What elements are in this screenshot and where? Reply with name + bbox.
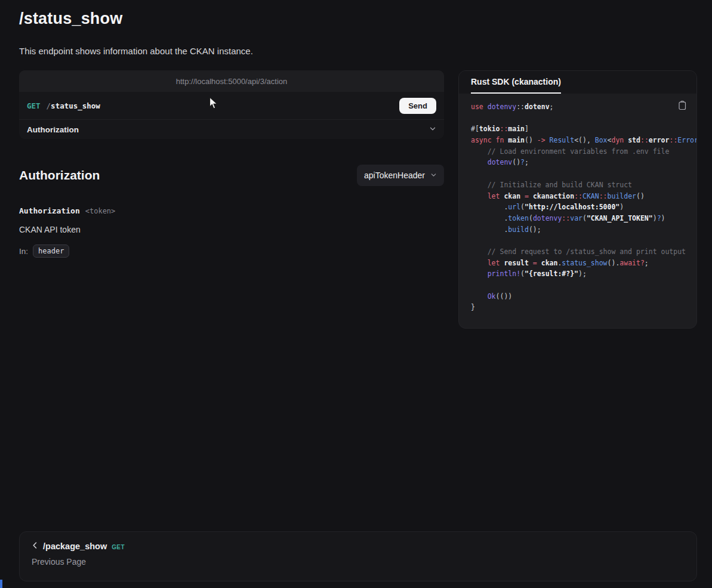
code-line: .token(dotenvy::var("CKAN_API_TOKEN")?) xyxy=(471,213,696,224)
previous-endpoint-path: /package_show xyxy=(43,541,107,551)
authorization-heading: Authorization xyxy=(19,168,100,182)
code-line: .build(); xyxy=(471,224,696,236)
code-line xyxy=(471,113,696,124)
previous-page-row: /package_show GET xyxy=(32,541,685,552)
method-badge: GET xyxy=(27,101,41,110)
chevron-down-icon xyxy=(429,124,436,135)
previous-page-label: Previous Page xyxy=(32,557,685,567)
code-line: use dotenvy::dotenv; xyxy=(471,101,696,113)
authorization-section-header: Authorization apiTokenHeader xyxy=(19,165,444,186)
page: /status_show This endpoint shows informa… xyxy=(0,0,712,588)
sdk-panel-header: Rust SDK (ckanaction) xyxy=(459,71,696,94)
code-line: .url("http://localhost:5000") xyxy=(471,202,696,213)
auth-scheme-selected: apiTokenHeader xyxy=(364,171,425,180)
auth-in-value-badge: header xyxy=(33,245,69,258)
auth-in-row: In: header xyxy=(19,245,69,258)
request-row: GET /status_show Send xyxy=(19,92,444,119)
code-line: #[tokio::main] xyxy=(471,123,696,135)
page-title: /status_show xyxy=(19,10,122,28)
clipboard-icon xyxy=(678,103,687,112)
request-tester-card: http://localhost:5000/api/3/action GET /… xyxy=(19,70,444,139)
endpoint-path-slash: / xyxy=(47,101,51,110)
code-line: Ok(()) xyxy=(471,291,696,302)
code-line: } xyxy=(471,302,696,313)
copy-code-button[interactable] xyxy=(677,99,688,113)
previous-endpoint-method: GET xyxy=(112,543,125,550)
server-url-bar[interactable]: http://localhost:5000/api/3/action xyxy=(19,70,444,92)
auth-param-name: Authorization xyxy=(19,206,80,215)
page-description: This endpoint shows information about th… xyxy=(19,46,253,56)
code-block: use dotenvy::dotenv; #[tokio::main]async… xyxy=(459,94,696,328)
authorization-row-label: Authorization xyxy=(27,125,79,134)
code-line xyxy=(471,168,696,180)
authorization-collapsible-row[interactable]: Authorization xyxy=(19,119,444,139)
chevron-down-icon xyxy=(430,171,437,180)
auth-param-description: CKAN API token xyxy=(19,225,81,234)
code-line xyxy=(471,235,696,246)
code-line: async fn main() -> Result<(), Box<dyn st… xyxy=(471,135,696,146)
endpoint-path: /status_show xyxy=(47,101,100,110)
code-line: // Send request to /status_show and prin… xyxy=(471,246,696,258)
chevron-left-icon xyxy=(32,541,38,552)
code-line: dotenv()?; xyxy=(471,157,696,168)
sdk-tab-rust[interactable]: Rust SDK (ckanaction) xyxy=(471,71,561,94)
auth-param-row: Authorization <token> xyxy=(19,206,115,215)
code-line xyxy=(471,280,696,291)
code-line: let ckan = ckanaction::CKAN::builder() xyxy=(471,191,696,202)
bottom-left-accent-bar xyxy=(0,580,2,588)
sdk-example-panel: Rust SDK (ckanaction) use dotenvy::doten… xyxy=(458,70,697,329)
code-line: let result = ckan.status_show().await?; xyxy=(471,258,696,269)
auth-scheme-dropdown[interactable]: apiTokenHeader xyxy=(357,165,444,186)
auth-param-type: <token> xyxy=(85,207,116,215)
previous-page-card[interactable]: /package_show GET Previous Page xyxy=(19,531,697,581)
code-line: // Load environment variables from .env … xyxy=(471,146,696,157)
server-url: http://localhost:5000/api/3/action xyxy=(176,77,287,86)
code-line: // Initialize and build CKAN struct xyxy=(471,180,696,191)
code-line: println!("{result:#?}"); xyxy=(471,268,696,280)
endpoint-path-name: status_show xyxy=(51,101,100,110)
send-button[interactable]: Send xyxy=(399,98,436,114)
auth-in-label: In: xyxy=(19,247,28,256)
